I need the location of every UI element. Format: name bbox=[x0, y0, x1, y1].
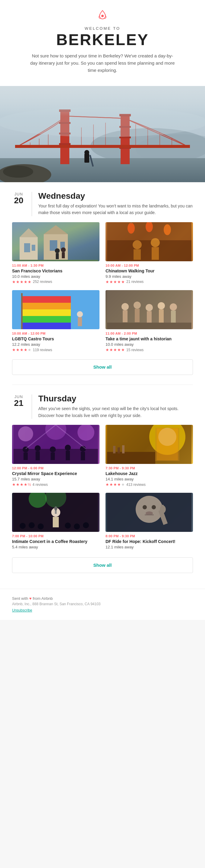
svg-rect-11 bbox=[59, 143, 71, 145]
activity-card-victorians[interactable]: 11:00 AM - 1:30 PM San Francisco Victori… bbox=[12, 222, 100, 284]
svg-point-116 bbox=[74, 523, 80, 529]
thursday-activities-grid: 12:00 PM - 6:00 PM Crystal Mirror Space … bbox=[12, 425, 193, 550]
svg-rect-48 bbox=[107, 240, 191, 261]
activity-card-jazz[interactable]: 7:30 PM - 9:30 PM Lakehouse Jazz 14.1 mi… bbox=[105, 425, 193, 487]
header-description: Not sure how to spend your time in Berke… bbox=[30, 52, 175, 74]
svg-marker-39 bbox=[44, 225, 68, 234]
thursday-show-all-container: Show all bbox=[12, 557, 193, 573]
svg-point-113 bbox=[29, 522, 35, 528]
svg-point-53 bbox=[164, 224, 171, 235]
jazz-image bbox=[105, 425, 193, 464]
svg-point-68 bbox=[122, 303, 129, 310]
concert-image bbox=[12, 493, 100, 532]
svg-point-56 bbox=[151, 238, 160, 247]
svg-point-117 bbox=[83, 522, 89, 528]
email-wrapper: WELCOME TO BERKELEY Not sure how to spen… bbox=[0, 0, 205, 620]
victorians-distance: 10.0 miles away bbox=[12, 274, 100, 279]
concert-distance: 5.4 miles away bbox=[12, 545, 100, 549]
activity-card-df-ride[interactable]: 8:00 PM - 9:30 PM DF Ride for Hope: Kick… bbox=[105, 493, 193, 550]
svg-rect-64 bbox=[21, 293, 23, 329]
svg-point-31 bbox=[84, 150, 89, 155]
svg-rect-59 bbox=[23, 296, 71, 303]
chinatown-distance: 9.9 miles away bbox=[105, 274, 193, 279]
svg-point-6 bbox=[3, 166, 33, 178]
victorians-title: San Francisco Victorians bbox=[12, 268, 100, 274]
svg-point-88 bbox=[50, 446, 56, 453]
wednesday-show-all-container: Show all bbox=[12, 359, 193, 375]
historian-time: 11:00 AM - 2:00 PM bbox=[105, 332, 193, 335]
wednesday-section: Jun 20 Wednesday Your first full day of … bbox=[0, 182, 205, 384]
svg-rect-60 bbox=[23, 303, 71, 309]
crystal-stars: ★ ★ ★ ★ ½ 4 reviews bbox=[12, 482, 100, 487]
star-4: ★ bbox=[24, 280, 27, 284]
wednesday-date: Jun 20 bbox=[12, 192, 25, 205]
svg-rect-71 bbox=[135, 309, 139, 322]
activity-card-lgbtq[interactable]: 10:00 AM - 12:00 PM LGBTQ Castro Tours 1… bbox=[12, 290, 100, 352]
svg-rect-109 bbox=[53, 517, 59, 527]
df-ride-title: DF Ride for Hope: Kickoff Concert! bbox=[105, 539, 193, 544]
svg-rect-63 bbox=[23, 322, 71, 329]
svg-point-0 bbox=[101, 15, 104, 17]
svg-point-90 bbox=[65, 445, 71, 451]
svg-rect-42 bbox=[14, 260, 98, 261]
svg-rect-55 bbox=[133, 249, 141, 260]
svg-rect-89 bbox=[51, 453, 55, 460]
df-ride-time: 8:00 PM - 9:30 PM bbox=[105, 534, 193, 538]
svg-rect-78 bbox=[107, 322, 191, 329]
email-header: WELCOME TO BERKELEY Not sure how to spen… bbox=[0, 0, 205, 80]
city-title: BERKELEY bbox=[12, 32, 193, 48]
activity-card-historian[interactable]: 11:00 AM - 2:00 PM Take a time jaunt wit… bbox=[105, 290, 193, 352]
chinatown-time: 10:00 AM - 12:00 PM bbox=[105, 264, 193, 267]
svg-rect-30 bbox=[84, 154, 89, 163]
thursday-date: Jun 21 bbox=[12, 395, 25, 407]
unsubscribe-link[interactable]: Unsubscribe bbox=[12, 608, 32, 613]
historian-distance: 10.0 miles away bbox=[105, 342, 193, 347]
chinatown-image bbox=[105, 222, 193, 261]
jazz-title: Lakehouse Jazz bbox=[105, 471, 193, 476]
airbnb-logo-icon bbox=[12, 10, 193, 23]
svg-rect-100 bbox=[157, 428, 178, 460]
thursday-content: Thursday After you've seen the sights, y… bbox=[31, 395, 193, 419]
activity-card-crystal[interactable]: 12:00 PM - 6:00 PM Crystal Mirror Space … bbox=[12, 425, 100, 487]
svg-point-49 bbox=[128, 223, 135, 234]
wednesday-description: Your first full day of exploration! You … bbox=[38, 203, 193, 216]
email-footer: Sent with ♥ from Airbnb Airbnb, Inc., 88… bbox=[0, 589, 205, 620]
svg-rect-101 bbox=[107, 452, 155, 464]
thursday-show-all-button[interactable]: Show all bbox=[94, 562, 112, 568]
star-5: ★ bbox=[28, 280, 31, 284]
wednesday-content: Wednesday Your first full day of explora… bbox=[31, 192, 193, 216]
svg-rect-75 bbox=[159, 309, 164, 322]
svg-rect-73 bbox=[147, 311, 152, 322]
welcome-label: WELCOME TO bbox=[12, 26, 193, 31]
svg-rect-44 bbox=[56, 253, 59, 259]
svg-point-54 bbox=[133, 240, 142, 249]
svg-rect-27 bbox=[15, 145, 190, 148]
crystal-distance: 15.7 miles away bbox=[12, 477, 100, 482]
wednesday-show-all-button[interactable]: Show all bbox=[94, 364, 112, 370]
victorians-time: 11:00 AM - 1:30 PM bbox=[12, 264, 100, 267]
hero-image bbox=[0, 86, 205, 182]
concert-time: 7:00 PM - 10:00 PM bbox=[12, 534, 100, 538]
activity-card-concert[interactable]: 7:00 PM - 10:00 PM Intimate Concert in a… bbox=[12, 493, 100, 550]
jazz-time: 7:30 PM - 9:30 PM bbox=[105, 466, 193, 470]
footer-address: Airbnb, Inc., 888 Brannan St, San Franci… bbox=[12, 602, 193, 606]
svg-rect-91 bbox=[66, 451, 70, 460]
lgbtq-reviews: 119 reviews bbox=[33, 348, 52, 352]
svg-rect-62 bbox=[23, 316, 71, 322]
activity-card-chinatown[interactable]: 10:00 AM - 12:00 PM Chinatown Walking To… bbox=[105, 222, 193, 284]
svg-rect-77 bbox=[171, 311, 176, 322]
lgbtq-title: LGBTQ Castro Tours bbox=[12, 336, 100, 342]
thursday-header: Jun 21 Thursday After you've seen the si… bbox=[12, 395, 193, 419]
svg-rect-87 bbox=[35, 451, 40, 460]
star-3: ★ bbox=[20, 280, 24, 284]
svg-point-86 bbox=[35, 445, 41, 451]
jazz-distance: 14.1 miles away bbox=[105, 477, 193, 482]
df-ride-image bbox=[105, 493, 193, 532]
historian-image bbox=[105, 290, 193, 329]
jazz-stars: ★ ★ ★ ★ ★ 413 reviews bbox=[105, 482, 193, 487]
svg-point-65 bbox=[77, 311, 83, 317]
svg-point-112 bbox=[20, 523, 26, 529]
victorians-reviews: 252 reviews bbox=[33, 280, 52, 284]
svg-rect-127 bbox=[107, 493, 191, 532]
svg-rect-46 bbox=[62, 252, 65, 258]
